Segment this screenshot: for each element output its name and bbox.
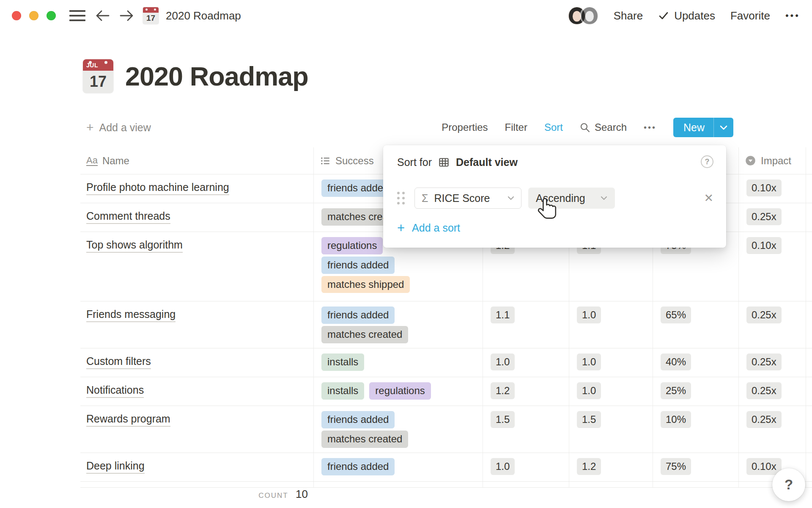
minimize-window-button[interactable]	[29, 11, 38, 20]
plus-icon: +	[397, 221, 405, 235]
add-sort-button[interactable]: + Add a sort	[397, 221, 460, 235]
row-number-cell[interactable]: 1.0	[569, 377, 653, 406]
row-ghost-cell	[806, 406, 812, 453]
row-success-cell[interactable]: friends addedmatches created	[314, 301, 483, 348]
tag-list: friends addedmatches created	[320, 306, 483, 343]
row-number-cell[interactable]: 1.5	[483, 406, 569, 453]
row-number-cell[interactable]: 10%	[653, 406, 739, 453]
row-impact-cell[interactable]: 0.25x	[739, 348, 806, 377]
close-window-button[interactable]	[12, 11, 21, 20]
add-view-button[interactable]: + Add a view	[80, 121, 151, 134]
table-row: Deep linkingfriends added1.01.275%0.10x	[80, 453, 812, 482]
row-impact-cell[interactable]: 0.10x	[739, 174, 806, 203]
row-ghost-cell	[806, 377, 812, 406]
row-impact-cell[interactable]: 0.25x	[739, 301, 806, 348]
share-button[interactable]: Share	[614, 9, 643, 22]
column-header-partial	[806, 147, 812, 174]
impact-pill: 0.10x	[746, 179, 782, 196]
row-number-cell[interactable]: 1.0	[483, 348, 569, 377]
row-success-cell[interactable]: friends addedmatches created	[314, 406, 483, 453]
number-pill: 1.0	[577, 382, 601, 399]
row-ghost-cell	[806, 232, 812, 301]
row-impact-cell[interactable]: 0.25x	[739, 203, 806, 232]
window-more-button[interactable]: •••	[785, 10, 800, 21]
count-value: 10	[296, 488, 308, 500]
row-name-cell[interactable]: Top shows algorithm	[80, 232, 314, 301]
row-impact-cell[interactable]: 0.10x	[739, 232, 806, 301]
row-name-cell[interactable]: Profile photo machine learning	[80, 174, 314, 203]
row-number-cell[interactable]: 1.2	[569, 453, 653, 481]
page-title[interactable]: 2020 Roadmap	[125, 59, 308, 93]
sort-for-label: Sort for	[397, 156, 432, 168]
row-number-cell[interactable]: 40%	[653, 348, 739, 377]
formula-sigma-icon: Σ	[422, 192, 428, 204]
number-pill: 1.5	[491, 411, 515, 428]
number-pill: 1.0	[577, 306, 601, 323]
row-name-cell[interactable]: Comment threads	[80, 203, 314, 232]
sort-field-select[interactable]: Σ RICE Score	[414, 188, 521, 209]
impact-pill: 0.25x	[746, 382, 782, 399]
row-name-cell[interactable]: Custom filters	[80, 348, 314, 377]
row-impact-cell[interactable]: 0.25x	[739, 406, 806, 453]
chevron-down-icon[interactable]	[714, 125, 733, 130]
filter-button[interactable]: Filter	[505, 121, 527, 133]
row-number-cell[interactable]: 25%	[653, 377, 739, 406]
row-number-cell[interactable]: 1.2	[483, 377, 569, 406]
row-number-cell[interactable]: 75%	[653, 453, 739, 481]
count-calculation[interactable]: COUNT 10	[80, 488, 314, 501]
column-header-impact[interactable]: Impact	[739, 147, 806, 174]
impact-pill: 0.25x	[746, 306, 782, 323]
remove-sort-icon[interactable]: ✕	[704, 193, 713, 204]
row-name-cell[interactable]: Notifications	[80, 377, 314, 406]
row-number-cell[interactable]: 65%	[653, 301, 739, 348]
toolbar-more-button[interactable]: •••	[644, 123, 656, 133]
table-row: Notificationsinstallsregulations1.21.025…	[80, 377, 812, 406]
page-calendar-month: JUL	[83, 59, 113, 71]
row-success-cell[interactable]: installsregulations	[314, 377, 483, 406]
row-success-cell[interactable]: friends added	[314, 453, 483, 481]
back-arrow-icon[interactable]	[95, 9, 110, 22]
table-row: Custom filtersinstalls1.01.040%0.25x	[80, 348, 812, 377]
properties-button[interactable]: Properties	[442, 121, 488, 133]
plus-icon: +	[86, 121, 94, 134]
row-impact-cell[interactable]: 0.25x	[739, 377, 806, 406]
sidebar-menu-icon[interactable]	[69, 10, 85, 21]
new-button[interactable]: New	[673, 118, 733, 137]
tag-list: friends added	[320, 458, 483, 475]
page-calendar-icon[interactable]: JUL 17	[83, 59, 113, 93]
help-button[interactable]: ?	[772, 468, 805, 501]
number-pill: 1.2	[491, 382, 515, 399]
avatar[interactable]	[581, 7, 598, 25]
row-success-cell[interactable]: installs	[314, 348, 483, 377]
popup-help-icon[interactable]: ?	[701, 155, 713, 168]
row-name: Top shows algorithm	[86, 239, 183, 253]
forward-arrow-icon[interactable]	[119, 9, 134, 22]
impact-pill: 0.10x	[746, 237, 782, 254]
number-pill: 1.0	[491, 353, 515, 370]
row-name-cell[interactable]: Deep linking	[80, 453, 314, 481]
sort-button[interactable]: Sort	[544, 121, 563, 133]
row-number-cell[interactable]: 1.0	[569, 301, 653, 348]
row-number-cell[interactable]: 1.5	[569, 406, 653, 453]
zoom-window-button[interactable]	[47, 11, 56, 20]
table-view-icon	[438, 157, 450, 168]
column-header-name[interactable]: Aa Name	[80, 147, 314, 174]
collaborator-avatars	[568, 7, 598, 25]
tag: friends added	[321, 257, 395, 274]
tag: regulations	[321, 237, 383, 254]
row-number-cell[interactable]: 1.0	[569, 348, 653, 377]
drag-handle-icon[interactable]	[397, 192, 405, 204]
row-name-cell[interactable]: Rewards program	[80, 406, 314, 453]
list-icon	[320, 155, 331, 166]
row-ghost-cell	[806, 203, 812, 232]
row-number-cell[interactable]: 1.0	[483, 453, 569, 481]
number-pill: 1.0	[491, 458, 515, 475]
doc-calendar-icon: 17	[143, 7, 159, 24]
favorite-button[interactable]: Favorite	[730, 9, 770, 22]
row-number-cell[interactable]: 1.1	[483, 301, 569, 348]
row-name-cell[interactable]: Friends messaging	[80, 301, 314, 348]
updates-button[interactable]: Updates	[658, 9, 715, 22]
search-button[interactable]: Search	[580, 121, 627, 133]
number-pill: 65%	[661, 306, 691, 323]
table-row: Friends messagingfriends addedmatches cr…	[80, 301, 812, 348]
